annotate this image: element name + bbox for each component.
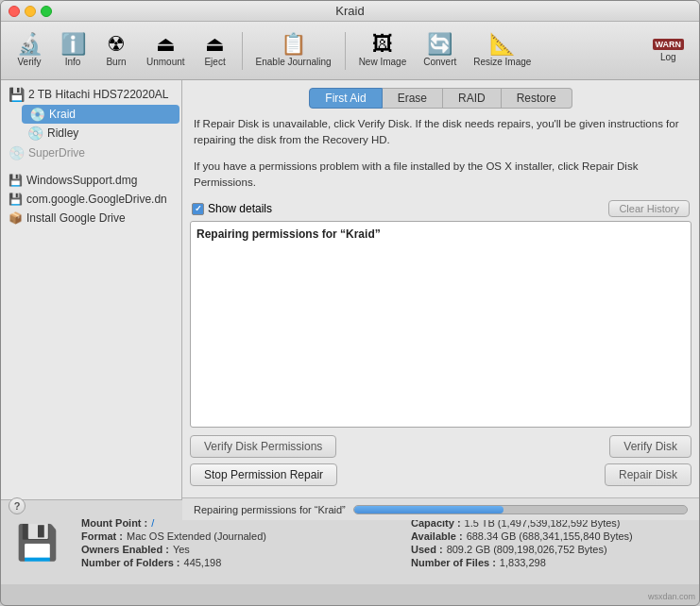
title-bar: Kraid	[1, 1, 699, 22]
sidebar-item-superdrive[interactable]: 💿 SuperDrive	[1, 143, 181, 163]
volume-ridley-icon: 💿	[27, 126, 43, 141]
sidebar-group-disks: 💾 2 TB Hitachi HDS722020AL 💿 Kraid 💿 Rid…	[1, 84, 181, 163]
sidebar-item-windowssupport[interactable]: 💾 WindowsSupport.dmg	[1, 171, 181, 190]
resize-image-icon: 📐	[489, 34, 515, 55]
verify-label: Verify	[17, 57, 41, 67]
info-icon: ℹ️	[60, 34, 86, 55]
show-details-row: ✓ Show details Clear History	[190, 200, 691, 217]
enable-journaling-icon: 📋	[281, 34, 306, 55]
toolbar-separator-1	[242, 32, 243, 70]
watermark: wsxdan.com	[648, 592, 695, 601]
tab-first-aid[interactable]: First Aid	[309, 88, 382, 109]
show-details-checkbox-container[interactable]: ✓ Show details	[192, 202, 272, 215]
toolbar-verify[interactable]: 🔬 Verify	[9, 30, 50, 71]
progress-bar-container	[353, 505, 688, 514]
enable-journaling-label: Enable Journaling	[256, 57, 332, 67]
unmount-label: Unmount	[146, 57, 185, 67]
window-title: Kraid	[335, 4, 364, 18]
progress-bar-fill	[354, 506, 504, 513]
mount-point-link[interactable]: /	[151, 517, 154, 529]
help-button[interactable]: ?	[9, 497, 26, 514]
maximize-button[interactable]	[41, 6, 52, 17]
windowssupport-label: WindowsSupport.dmg	[26, 174, 137, 187]
toolbar-convert[interactable]: 🔄 Convert	[416, 30, 464, 71]
used-value: 809.2 GB (809,198,026,752 Bytes)	[447, 544, 607, 555]
installgoogledrive-label: Install Google Drive	[26, 211, 126, 225]
verify-disk-button[interactable]: Verify Disk	[609, 435, 691, 458]
sidebar-item-ridley[interactable]: 💿 Ridley	[20, 124, 181, 143]
volume-kraid-icon: 💿	[29, 107, 45, 122]
toolbar: 🔬 Verify ℹ️ Info ☢ Burn ⏏ Unmount ⏏ Ejec…	[1, 22, 699, 80]
tab-restore[interactable]: Restore	[502, 88, 572, 109]
hard-disk-icon: 💾	[9, 87, 25, 102]
toolbar-resize-image[interactable]: 📐 Resize Image	[466, 30, 538, 71]
toolbar-new-image[interactable]: 🖼 New Image	[351, 30, 415, 71]
eject-icon: ⏏	[205, 34, 225, 55]
disk1-label: 2 TB Hitachi HDS722020AL	[28, 88, 169, 101]
dmg-icon-1: 💾	[9, 174, 23, 187]
middle-section: 💾 2 TB Hitachi HDS722020AL 💿 Kraid 💿 Rid…	[1, 80, 699, 499]
sidebar: 💾 2 TB Hitachi HDS722020AL 💿 Kraid 💿 Rid…	[1, 80, 182, 499]
sidebar-item-installgoogledrive[interactable]: 📦 Install Google Drive	[1, 209, 181, 227]
used-row: Used : 809.2 GB (809,198,026,752 Bytes)	[411, 544, 684, 555]
description-text-1: If Repair Disk is unavailable, click Ver…	[190, 116, 691, 149]
clear-history-button[interactable]: Clear History	[608, 200, 690, 217]
toolbar-info[interactable]: ℹ️ Info	[52, 30, 94, 71]
sidebar-item-googledrive[interactable]: 💾 com.google.GoogleDrive.dn	[1, 190, 181, 209]
repair-disk-button[interactable]: Repair Disk	[605, 463, 691, 486]
sidebar-item-kraid[interactable]: 💿 Kraid	[22, 105, 179, 124]
burn-label: Burn	[106, 57, 126, 67]
unmount-icon: ⏏	[156, 34, 176, 55]
toolbar-enable-journaling[interactable]: 📋 Enable Journaling	[248, 30, 339, 71]
folders-row: Number of Folders : 445,198	[81, 557, 354, 568]
disk-info-grid: Mount Point : / Capacity : 1.5 TB (1,497…	[81, 517, 684, 568]
format-value: Mac OS Extended (Journaled)	[127, 530, 266, 542]
log-content: Repairing permissions for “Kraid”	[196, 227, 381, 241]
files-value: 1,833,298	[500, 557, 546, 568]
tab-erase[interactable]: Erase	[383, 88, 443, 109]
log-badge: WARN	[653, 39, 685, 50]
toolbar-right: WARN Log	[645, 35, 692, 66]
installer-icon: 📦	[9, 211, 23, 225]
eject-label: Eject	[204, 57, 225, 67]
toolbar-burn[interactable]: ☢ Burn	[95, 30, 137, 71]
convert-icon: 🔄	[427, 34, 452, 55]
action-buttons-top: Verify Disk Permissions Verify Disk	[190, 435, 691, 458]
new-image-icon: 🖼	[372, 34, 393, 55]
new-image-label: New Image	[359, 57, 407, 67]
files-row: Number of Files : 1,833,298	[411, 557, 684, 568]
sidebar-children: 💿 Kraid 💿 Ridley	[1, 105, 181, 143]
toolbar-separator-2	[345, 32, 346, 70]
available-value: 688.34 GB (688,341,155,840 Bytes)	[467, 530, 633, 542]
burn-icon: ☢	[107, 34, 126, 55]
close-button[interactable]	[9, 6, 20, 17]
folders-label: Number of Folders :	[81, 557, 180, 568]
sidebar-divider	[1, 163, 181, 171]
available-row: Available : 688.34 GB (688,341,155,840 B…	[411, 530, 684, 542]
disk-large-icon: 💾	[16, 523, 59, 563]
tab-bar: First Aid Erase RAID Restore	[190, 88, 691, 109]
verify-permissions-button[interactable]: Verify Disk Permissions	[190, 435, 336, 458]
used-label: Used :	[411, 544, 443, 555]
toolbar-unmount[interactable]: ⏏ Unmount	[139, 30, 193, 71]
content-area: First Aid Erase RAID Restore If Repair D…	[182, 80, 699, 499]
convert-label: Convert	[423, 57, 456, 67]
owners-label: Owners Enabled :	[81, 544, 169, 555]
minimize-button[interactable]	[25, 6, 36, 17]
format-label: Format :	[81, 530, 123, 542]
tab-raid[interactable]: RAID	[443, 88, 502, 109]
description-text-2: If you have a permissions problem with a…	[190, 159, 691, 192]
googledrive-label: com.google.GoogleDrive.dn	[26, 193, 167, 206]
toolbar-eject[interactable]: ⏏ Eject	[195, 30, 236, 71]
kraid-label: Kraid	[49, 108, 76, 121]
format-row: Format : Mac OS Extended (Journaled)	[81, 530, 354, 542]
dmg-icon-2: 💾	[9, 193, 23, 206]
main-window: Kraid 🔬 Verify ℹ️ Info ☢ Burn ⏏ Unmount …	[0, 0, 700, 606]
stop-permission-repair-button[interactable]: Stop Permission Repair	[190, 463, 337, 486]
files-label: Number of Files :	[411, 557, 496, 568]
toolbar-log[interactable]: WARN Log	[645, 35, 692, 66]
progress-section: Repairing permissions for “Kraid”	[182, 497, 699, 520]
owners-value: Yes	[173, 544, 190, 555]
sidebar-item-disk1[interactable]: 💾 2 TB Hitachi HDS722020AL	[1, 84, 181, 105]
show-details-checkbox[interactable]: ✓	[192, 203, 204, 215]
